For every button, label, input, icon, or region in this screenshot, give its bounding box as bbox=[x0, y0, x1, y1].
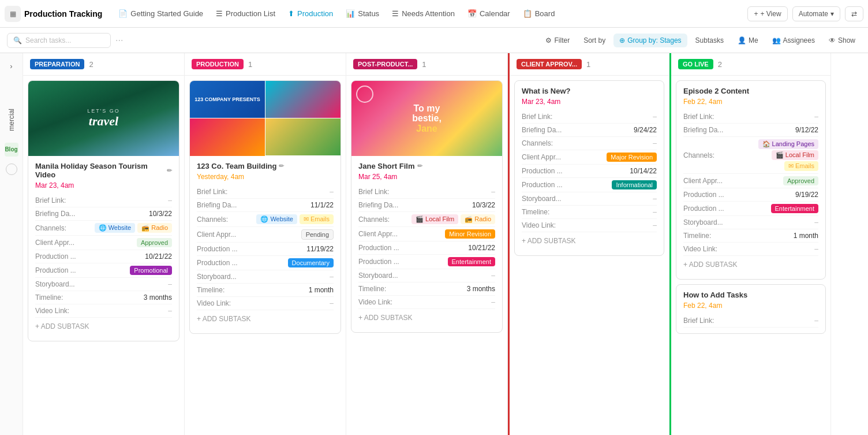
edit-icon-2[interactable]: ✏ bbox=[279, 162, 284, 170]
plus-icon: + bbox=[754, 10, 758, 18]
sidebar-item-blog[interactable]: Blog bbox=[5, 143, 18, 157]
tag-landing-pages[interactable]: 🏠 Landing Pages bbox=[758, 139, 818, 149]
search-box[interactable]: 🔍 Search tasks... bbox=[7, 33, 111, 48]
tag-radio[interactable]: 📻 Radio bbox=[137, 223, 172, 233]
field-storyboard-tb: Storyboard... – bbox=[197, 270, 334, 284]
tag-informational[interactable]: Informational bbox=[612, 180, 657, 189]
field-briefing-da-jane: Briefing Da... 10/3/22 bbox=[358, 199, 495, 212]
chevron-icon: ▾ bbox=[830, 10, 834, 18]
field-timeline-jane: Timeline: 3 months bbox=[358, 282, 495, 296]
field-brief-link-jane: Brief Link: – bbox=[358, 185, 495, 199]
lane-production-count: 1 bbox=[248, 60, 252, 69]
tag-entertainment-ep2[interactable]: Entertainment bbox=[771, 204, 818, 213]
tag-minor-revision[interactable]: Minor Revision bbox=[445, 229, 495, 239]
field-brief-link-win: Brief Link: – bbox=[522, 110, 657, 124]
toolbar: 🔍 Search tasks... ··· ⚙ Filter Sort by ⊕… bbox=[0, 28, 868, 53]
card-team-building-image: 123 COMPANY PRESENTS bbox=[190, 81, 341, 156]
tag-major-revision[interactable]: Major Revision bbox=[607, 153, 657, 162]
group-button[interactable]: ⊕ Group by: Stages bbox=[613, 34, 687, 47]
field-production-type-tb: Production ... Documentary bbox=[197, 256, 334, 270]
sidebar-item-commercial[interactable]: mercial bbox=[8, 109, 16, 131]
lane-client-approval-count: 1 bbox=[586, 60, 590, 69]
sort-button[interactable]: Sort by bbox=[578, 34, 611, 47]
add-subtask-jane[interactable]: + ADD SUBTASK bbox=[358, 309, 495, 326]
field-channels-win: Channels: – bbox=[522, 137, 657, 150]
field-channels-tb: Channels: 🌐 Website ✉ Emails bbox=[197, 212, 334, 227]
tag-approved-ep2[interactable]: Approved bbox=[783, 176, 818, 185]
assignees-icon: 👥 bbox=[772, 36, 781, 44]
tag-local-film-jane[interactable]: 🎬 Local Film bbox=[411, 214, 458, 224]
automate-button[interactable]: Automate ▾ bbox=[792, 6, 840, 21]
field-production-type-ep2: Production ... Entertainment bbox=[683, 202, 818, 216]
tag-promotional[interactable]: Promotional bbox=[130, 266, 172, 275]
tab-getting-started[interactable]: 📄 Getting Started Guide bbox=[113, 6, 209, 21]
field-brief-link: Brief Link: – bbox=[35, 194, 172, 207]
field-channels-jane: Channels: 🎬 Local Film 📻 Radio bbox=[358, 212, 495, 227]
field-client-appr-win: Client Appr... Major Revision bbox=[522, 150, 657, 165]
tag-emails-ep2[interactable]: ✉ Emails bbox=[784, 161, 818, 171]
add-subtask-tb[interactable]: + ADD SUBTASK bbox=[197, 310, 334, 328]
field-production-date-ep2: Production ... 9/19/22 bbox=[683, 188, 818, 202]
card-team-building-date: Yesterday, 4am bbox=[197, 173, 334, 181]
show-button[interactable]: 👁 Show bbox=[823, 34, 861, 47]
filter-button[interactable]: ⚙ Filter bbox=[540, 34, 575, 47]
field-brief-link-ep2: Brief Link: – bbox=[683, 110, 818, 124]
edit-icon-jane[interactable]: ✏ bbox=[417, 162, 422, 170]
upload-icon: ⬆ bbox=[288, 9, 294, 18]
user-icon: 👤 bbox=[738, 36, 746, 44]
field-brief-link-hta: Brief Link: – bbox=[683, 314, 818, 328]
lane-preparation-header: PREPARATION 2 bbox=[23, 53, 184, 76]
tag-radio-jane[interactable]: 📻 Radio bbox=[461, 214, 495, 224]
sidebar-add-button[interactable] bbox=[6, 163, 17, 175]
field-client-appr-ep2: Client Appr... Approved bbox=[683, 174, 818, 188]
chart-icon: 📊 bbox=[346, 9, 355, 18]
field-briefing-da-tb: Briefing Da... 11/1/22 bbox=[197, 199, 334, 212]
assignees-button[interactable]: 👥 Assignees bbox=[766, 34, 821, 47]
tag-pending[interactable]: Pending bbox=[301, 229, 334, 240]
lane-go-live-header: GO LIVE 2 bbox=[671, 53, 830, 76]
tag-website[interactable]: 🌐 Website bbox=[95, 223, 136, 233]
field-production-date: Production ... 10/21/22 bbox=[35, 250, 172, 263]
calendar-icon: 📅 bbox=[467, 9, 477, 18]
field-briefing-da: Briefing Da... 10/3/22 bbox=[35, 207, 172, 221]
edit-icon[interactable]: ✏ bbox=[167, 167, 172, 174]
tab-production[interactable]: ⬆ Production bbox=[282, 6, 339, 21]
tab-production-list[interactable]: ☰ Production List bbox=[210, 6, 281, 21]
tab-needs-attention[interactable]: ☰ Needs Attention bbox=[386, 6, 461, 21]
lane-preparation-cards: LET'S GO travel Manila Holiday Season To… bbox=[23, 76, 184, 435]
ellipsis-icon[interactable]: ··· bbox=[115, 35, 123, 46]
me-button[interactable]: 👤 Me bbox=[732, 34, 764, 47]
add-subtask-win[interactable]: + ADD SUBTASK bbox=[522, 232, 657, 250]
lane-preparation-badge: PREPARATION bbox=[30, 59, 84, 69]
app-title: Production Tracking bbox=[24, 9, 102, 18]
tag-documentary[interactable]: Documentary bbox=[288, 258, 334, 267]
card-what-is-new-date: Mar 23, 4am bbox=[522, 98, 657, 106]
field-storyboard-win: Storyboard... – bbox=[522, 192, 657, 206]
add-subtask-manila[interactable]: + ADD SUBTASK bbox=[35, 318, 172, 335]
tab-status[interactable]: 📊 Status bbox=[340, 6, 385, 21]
card-how-to-add: How to Add Tasks Feb 22, 4am Brief Link:… bbox=[676, 284, 826, 334]
card-what-is-new: What is New? Mar 23, 4am Brief Link: – B… bbox=[514, 80, 664, 256]
lane-client-approval: CLIENT APPROV... 1 What is New? Mar 23, … bbox=[508, 53, 669, 435]
tab-calendar[interactable]: 📅 Calendar bbox=[462, 6, 516, 21]
card-episode-2: Episode 2 Content Feb 22, 4am Brief Link… bbox=[676, 80, 826, 280]
search-placeholder: Search tasks... bbox=[25, 36, 71, 44]
field-channels: Channels: 🌐 Website 📻 Radio bbox=[35, 221, 172, 236]
subtasks-button[interactable]: Subtasks bbox=[690, 34, 729, 47]
tab-board[interactable]: 📋 Board bbox=[517, 6, 561, 21]
tag-website-tb[interactable]: 🌐 Website bbox=[256, 214, 297, 224]
lane-client-approval-badge: CLIENT APPROV... bbox=[517, 59, 582, 69]
field-channels-ep2: Channels: 🏠 Landing Pages 🎬 Local Film ✉… bbox=[683, 137, 818, 174]
tag-emails-tb[interactable]: ✉ Emails bbox=[300, 214, 334, 224]
tag-local-film-ep2[interactable]: 🎬 Local Film bbox=[772, 150, 818, 160]
view-button[interactable]: + + View bbox=[747, 6, 787, 21]
expand-sidebar-button[interactable]: › bbox=[3, 58, 20, 74]
lane-preparation-count: 2 bbox=[89, 60, 93, 69]
tag-approved[interactable]: Approved bbox=[137, 238, 172, 247]
add-subtask-ep2[interactable]: + ADD SUBTASK bbox=[683, 256, 818, 273]
card-manila-image: LET'S GO travel bbox=[28, 81, 179, 156]
tag-entertainment-jane[interactable]: Entertainment bbox=[448, 257, 495, 266]
share-button[interactable]: ⇄ bbox=[845, 6, 863, 21]
eye-icon: 👁 bbox=[829, 36, 836, 44]
card-episode-2-title: Episode 2 Content bbox=[683, 87, 818, 95]
